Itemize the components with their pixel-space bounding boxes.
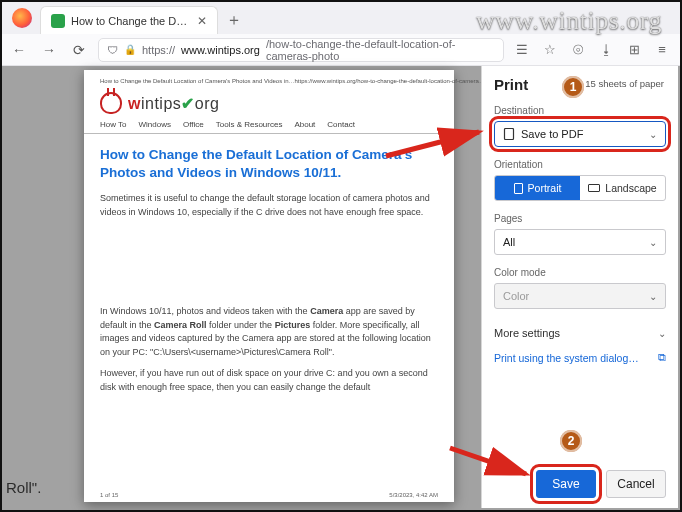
url-path: /how-to-change-the-default-location-of-c… xyxy=(266,38,495,62)
color-select[interactable]: Color ⌄ xyxy=(494,283,666,309)
cancel-button[interactable]: Cancel xyxy=(606,470,666,498)
destination-value: Save to PDF xyxy=(521,128,583,140)
portrait-icon xyxy=(514,183,523,194)
url-host: www.wintips.org xyxy=(181,44,260,56)
site-brand: wintips✔org xyxy=(100,92,438,114)
preview-header-left: How to Change the Default Location of Ca… xyxy=(100,78,294,84)
chevron-down-icon: ⌄ xyxy=(649,129,657,140)
close-icon[interactable]: ✕ xyxy=(197,14,207,28)
article-paragraph: Sometimes it is useful to change the def… xyxy=(100,192,438,219)
nav-item: How To xyxy=(100,120,127,129)
tab-title: How to Change the Default Loc xyxy=(71,15,191,27)
landscape-icon xyxy=(588,184,600,192)
browser-window: How to Change the Default Loc ✕ ＋ ← → ⟳ … xyxy=(0,0,680,510)
preview-footer: 1 of 15 5/3/2023, 4:42 AM xyxy=(100,492,438,498)
preview-header-right: https://www.wintips.org/how-to-change-th… xyxy=(294,78,484,84)
extensions-icon[interactable]: ⊞ xyxy=(624,42,644,57)
nav-item: Windows xyxy=(139,120,171,129)
step-badge-2: 2 xyxy=(560,430,582,452)
bookmark-icon[interactable]: ☆ xyxy=(540,42,560,57)
save-button[interactable]: Save xyxy=(536,470,596,498)
pdf-icon xyxy=(503,128,515,140)
svg-rect-0 xyxy=(505,129,514,140)
more-settings[interactable]: More settings ⌄ xyxy=(494,327,666,339)
pages-select[interactable]: All ⌄ xyxy=(494,229,666,255)
divider xyxy=(84,133,454,134)
nav-item: About xyxy=(294,120,315,129)
step-badge-1: 1 xyxy=(562,76,584,98)
article-paragraph: In Windows 10/11, photos and videos take… xyxy=(100,305,438,359)
site-nav: How To Windows Office Tools & Resources … xyxy=(100,120,438,129)
new-tab-button[interactable]: ＋ xyxy=(226,10,242,31)
orientation-landscape[interactable]: Landscape xyxy=(580,176,665,200)
lock-icon: 🔒 xyxy=(124,44,136,55)
address-bar: ← → ⟳ 🛡 🔒 https://www.wintips.org/how-to… xyxy=(0,34,680,66)
orientation-label: Orientation xyxy=(494,159,666,170)
pages-label: Pages xyxy=(494,213,666,224)
article-paragraph: However, if you have run out of disk spa… xyxy=(100,367,438,394)
nav-item: Tools & Resources xyxy=(216,120,283,129)
sheet-count: 15 sheets of paper xyxy=(585,78,664,89)
article-title: How to Change the Default Location of Ca… xyxy=(100,146,438,182)
firefox-icon xyxy=(12,8,32,28)
nav-item: Office xyxy=(183,120,204,129)
page-counter: 1 of 15 xyxy=(100,492,118,498)
url-box[interactable]: 🛡 🔒 https://www.wintips.org/how-to-chang… xyxy=(98,38,504,62)
forward-button[interactable]: → xyxy=(38,42,60,58)
wintips-logo-icon xyxy=(100,92,122,114)
brand-text: wintips✔org xyxy=(128,94,219,113)
external-icon: ⧉ xyxy=(658,351,666,364)
destination-label: Destination xyxy=(494,105,666,116)
destination-select[interactable]: Save to PDF ⌄ xyxy=(494,121,666,147)
color-value: Color xyxy=(503,290,529,302)
reload-button[interactable]: ⟳ xyxy=(68,42,90,58)
tab-favicon-icon xyxy=(51,14,65,28)
download-icon[interactable]: ⭳ xyxy=(596,42,616,57)
shield-icon: 🛡 xyxy=(107,44,118,56)
back-button[interactable]: ← xyxy=(8,42,30,58)
dialog-buttons: Save Cancel xyxy=(494,470,666,498)
article-body: Sometimes it is useful to change the def… xyxy=(100,192,438,394)
watermark: www.wintips.org xyxy=(476,6,662,36)
page-timestamp: 5/3/2023, 4:42 AM xyxy=(389,492,438,498)
preview-header: How to Change the Default Location of Ca… xyxy=(100,78,438,84)
orientation-toggle[interactable]: Portrait Landscape xyxy=(494,175,666,201)
background-text: Roll". xyxy=(6,479,41,496)
pages-value: All xyxy=(503,236,515,248)
color-label: Color mode xyxy=(494,267,666,278)
chevron-down-icon: ⌄ xyxy=(649,237,657,248)
account-icon[interactable]: ⦾ xyxy=(568,42,588,58)
menu-icon[interactable]: ≡ xyxy=(652,42,672,57)
browser-tab[interactable]: How to Change the Default Loc ✕ xyxy=(40,6,218,34)
preview-page: How to Change the Default Location of Ca… xyxy=(84,70,454,502)
reader-icon[interactable]: ☰ xyxy=(512,42,532,57)
system-dialog-link[interactable]: Print using the system dialog… ⧉ xyxy=(494,351,666,364)
nav-item: Contact xyxy=(327,120,355,129)
orientation-portrait[interactable]: Portrait xyxy=(495,176,580,200)
chevron-down-icon: ⌄ xyxy=(649,291,657,302)
chevron-down-icon: ⌄ xyxy=(658,328,666,339)
url-scheme: https:// xyxy=(142,44,175,56)
